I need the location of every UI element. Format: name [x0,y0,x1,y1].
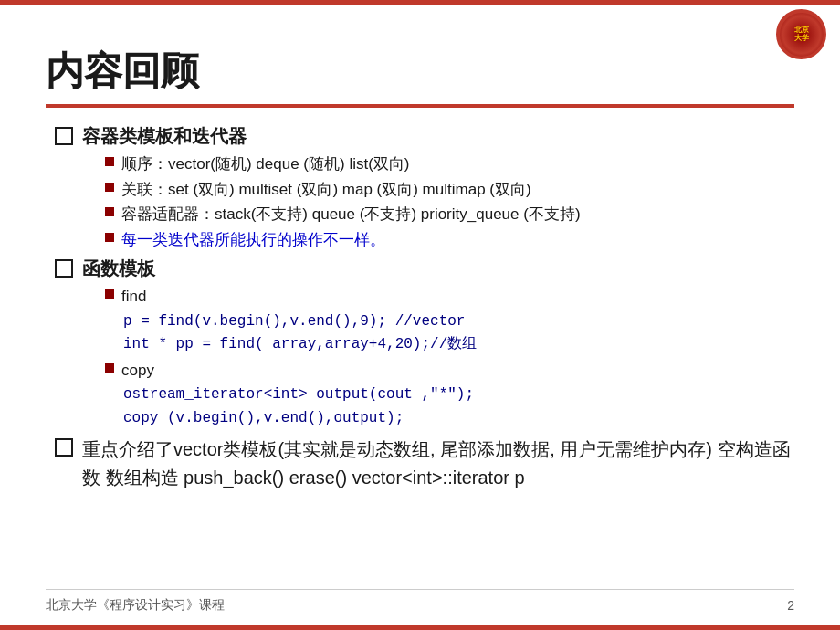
bottom-accent-bar [0,625,840,630]
section1-bullet1: 顺序：vector(随机) deque (随机) list(双向) [121,152,409,176]
slide-title: 内容回顾 [46,46,794,97]
find-code-block: p = find(v.begin(),v.end(),9); //vector … [123,310,794,357]
list-item: copy [105,359,794,383]
slide-container: 北京大学 内容回顾 容器类模板和迭代器 顺序：vector(随机) deque … [0,0,840,630]
list-item: 关联：set (双向) multiset (双向) map (双向) multi… [105,178,794,202]
section2-sub-items: find p = find(v.begin(),v.end(),9); //ve… [105,285,794,430]
bullet-l1-icon [55,127,73,145]
section2-copy-label: copy [121,359,154,383]
list-item: 容器适配器：stack(不支持) queue (不支持) priority_qu… [105,203,794,226]
find-code-line1: p = find(v.begin(),v.end(),9); //vector [123,310,794,334]
section1-heading: 容器类模板和迭代器 [55,124,794,149]
section1-title: 容器类模板和迭代器 [82,124,247,149]
list-item: 顺序：vector(随机) deque (随机) list(双向) [105,152,794,176]
list-item: 每一类迭代器所能执行的操作不一样。 [105,228,794,252]
section1-bullet4: 每一类迭代器所能执行的操作不一样。 [121,228,385,252]
copy-code-line2: copy (v.begin(),v.end(),output); [123,407,794,431]
copy-code-line1: ostream_iterator<int> output(cout ,"*"); [123,383,794,407]
bullet-l2-icon [105,233,114,242]
bullet-l2-icon [105,183,114,192]
bullet-l1-icon [55,438,73,457]
bullet-l1-icon [55,259,73,278]
section2-heading: 函数模板 [55,257,794,281]
section3-block: 重点介绍了vector类模板(其实就是动态数组, 尾部添加数据, 用户无需维护内… [55,436,794,492]
main-content: 容器类模板和迭代器 顺序：vector(随机) deque (随机) list(… [46,124,794,492]
copy-code-block: ostream_iterator<int> output(cout ,"*");… [123,383,794,430]
bullet-l2-icon [105,157,114,166]
list-item: find [105,285,794,309]
footer-page-number: 2 [787,598,794,613]
footer-left-text: 北京大学《程序设计实习》课程 [46,597,225,614]
title-underline [46,104,794,108]
section1-sub-items: 顺序：vector(随机) deque (随机) list(双向) 关联：set… [105,152,794,251]
university-logo: 北京大学 [776,9,826,59]
section1-bullet3: 容器适配器：stack(不支持) queue (不支持) priority_qu… [121,203,581,226]
section1-bullet2: 关联：set (双向) multiset (双向) map (双向) multi… [121,178,531,202]
section2-title: 函数模板 [82,257,155,281]
top-accent-bar [0,0,840,5]
slide-footer: 北京大学《程序设计实习》课程 2 [46,589,794,614]
bullet-l2-icon [105,363,114,373]
logo-text: 北京大学 [794,26,809,43]
bullet-l2-icon [105,207,114,216]
section2-find-label: find [121,285,146,309]
find-code-line2: int * pp = find( array,array+4,20);//数组 [123,333,794,357]
bullet-l2-icon [105,289,114,299]
section3-text: 重点介绍了vector类模板(其实就是动态数组, 尾部添加数据, 用户无需维护内… [82,436,794,492]
